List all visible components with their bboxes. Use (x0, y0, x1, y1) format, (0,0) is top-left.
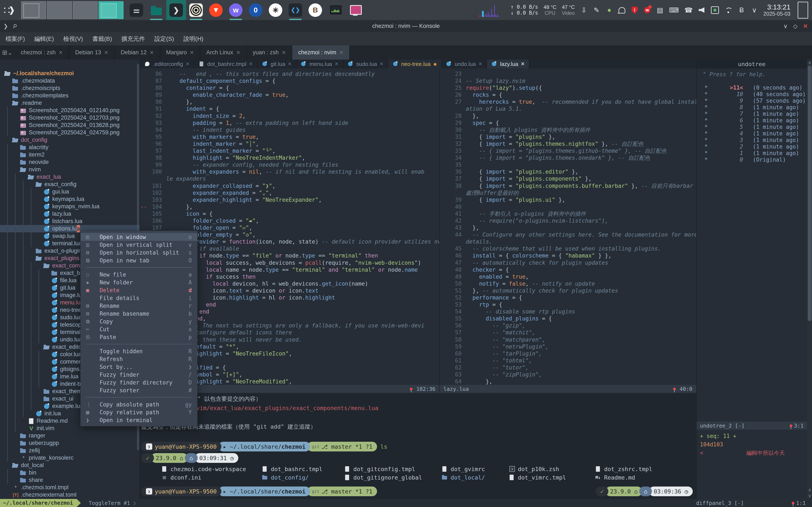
menu-item-new-file[interactable]: ◌New filea (81, 271, 197, 278)
menu-[interactable]: 擴充元件 (121, 35, 145, 43)
tree-row-keymaps-nvim-lua[interactable]: keymaps_nvim.lua (0, 203, 140, 210)
undotree-entry-5[interactable]: *5(1 minute ago) (697, 124, 807, 130)
konsole-tab-arch-linux[interactable]: Arch Linux✕ (200, 45, 247, 60)
show-desktop-button[interactable] (798, 2, 808, 18)
tree-row-dot-config[interactable]: dot_config (0, 136, 140, 144)
pin-icon[interactable]: ⚲ (10, 21, 19, 31)
menu-item-open-in-window[interactable]: ◰Open in windowo (81, 233, 197, 241)
buffer-tab-menu-lua[interactable]: menu.lua✕ (296, 60, 343, 68)
tree-row-ueberzugpp[interactable]: ueberzugpp (0, 439, 140, 447)
menu-f[interactable]: 檔案(F) (5, 35, 25, 43)
close-buffer-icon[interactable]: ✕ (288, 61, 292, 67)
tree-row-alacritty[interactable]: alacritty (0, 144, 140, 151)
undotree-entry-4[interactable]: *4(1 minute ago) (697, 130, 807, 137)
volume-icon[interactable] (698, 7, 705, 13)
tree-row-bin[interactable]: bin (0, 469, 140, 476)
vscode-icon[interactable]: ❮❯ (286, 0, 305, 20)
virtual-desktop-2[interactable] (47, 1, 72, 19)
menu-item-fuzzy-finder-directory[interactable]: Fuzzy finder directoryD (81, 379, 197, 386)
network-speed[interactable]: ↑ 0.0 B/s ↓ 0.0 B/s (511, 4, 538, 16)
konsole-tab-chezmoi-nvim[interactable]: chezmoi : nvim✕ (292, 45, 350, 60)
system-monitor-icon[interactable] (325, 0, 345, 20)
close-buffer-icon[interactable]: ✕ (335, 61, 338, 67)
media-player-icon[interactable] (711, 6, 719, 14)
undotree-entry-2[interactable]: *2(1 minute ago) (697, 144, 807, 150)
chatgpt-icon[interactable]: ✳ (266, 0, 286, 20)
stylus-icon[interactable]: ✎ (593, 6, 600, 14)
buffer-tab-neo-tree-lua[interactable]: neo-tree.lua● (388, 60, 442, 68)
spiral-app-icon[interactable] (186, 0, 206, 20)
menu-item-copy[interactable]: ⧉Copyy (81, 318, 197, 325)
menu-item-sort-by[interactable]: Sort by...❯ (81, 363, 197, 371)
dbeaver-icon[interactable]: B (305, 0, 325, 20)
wifi-icon[interactable] (724, 7, 732, 13)
undotree-entry-7[interactable]: *7(1 minute ago) (697, 111, 807, 117)
konsole-tab-chezmoi-zsh[interactable]: chezmoi : zsh✕ (15, 45, 69, 60)
menu-item-refresh[interactable]: RefreshR (81, 355, 197, 363)
konsole-tab-yuan-zsh[interactable]: yuan : zsh✕ (247, 45, 292, 60)
tree-row-screenshot-20250424-013628-png[interactable]: Screenshot_20250424_013628.png (0, 121, 140, 129)
window-titlebar[interactable]: ❯ ⚲ chezmoi : nvim — Konsole ∨ ◇ ✕ (0, 20, 812, 32)
updates-download-icon[interactable]: ⇩ (580, 6, 588, 14)
tree-row-keymaps-lua[interactable]: keymaps.lua (0, 195, 140, 203)
menu-item-copy-absolute-path[interactable]: ⋮Copy absolute pathgy (81, 400, 197, 408)
toggleterm-label[interactable]: ToggleTerm #1❯ (89, 500, 136, 506)
buffer-tab-undo-lua[interactable]: undo.lua✕ (442, 60, 487, 68)
konsole-icon[interactable]: ❯ (166, 0, 186, 20)
menu-item-delete[interactable]: ▣Deleted (81, 286, 197, 294)
maximize-icon[interactable]: ◇ (793, 23, 798, 30)
security-alert-icon[interactable]: ! (631, 6, 638, 14)
tree-row-neovide[interactable]: neovide (0, 158, 140, 166)
buffer-tab-dot-bashrc-tmpl[interactable]: dot_bashrc.tmpl✕ (194, 60, 257, 68)
tree-row-share[interactable]: share (0, 476, 140, 484)
menu-item-open-in-vertical-split[interactable]: ◫Open in vertical splitv (81, 241, 197, 249)
scrollbar-thumb[interactable] (808, 65, 812, 321)
close-buffer-icon[interactable]: ✕ (249, 61, 253, 67)
tweaks-icon[interactable]: ⚌ (126, 0, 146, 20)
tree-row-chezmoidata[interactable]: .chezmoidata (0, 77, 140, 84)
tree-row-private-konsolerc[interactable]: *private_konsolerc (0, 454, 140, 462)
menu-item-open-in-terminal[interactable]: ❯Open in terminal (81, 416, 197, 424)
undotree-entry-11[interactable]: *>11<(0 seconds ago) (697, 84, 807, 91)
tree-row-screenshot-20250424-024759-png[interactable]: Screenshot_20250424_024759.png (0, 129, 140, 136)
menu-item-cut[interactable]: ✂Cutx (81, 325, 197, 333)
tree-row-iterm2[interactable]: iterm2 (0, 151, 140, 158)
tree-row-zellij[interactable]: zellij (0, 447, 140, 454)
virtual-desktop-3[interactable] (73, 1, 98, 19)
cpu-temperature[interactable]: 48 °CCPU (544, 4, 556, 16)
color-profile-icon[interactable]: ● (606, 6, 613, 14)
brave-browser-icon[interactable]: ▼ (206, 0, 226, 20)
menu-item-paste[interactable]: ⎘Pastep (81, 333, 197, 341)
menu-item-rename[interactable]: ⊟Renamer (81, 302, 197, 310)
clipboard-icon[interactable]: ▤ (656, 6, 664, 14)
new-tab-icon[interactable]: ⊞⌄ (0, 45, 15, 60)
menu-item-fuzzy-sorter[interactable]: Fuzzy sorter# (81, 386, 197, 394)
menu-item-new-folder[interactable]: ✚New folderA (81, 278, 197, 286)
gpu-temperature[interactable]: 47 °CVideo (562, 4, 575, 16)
menu-e[interactable]: 編輯(E) (34, 35, 54, 43)
toggleterm-terminal[interactable]: <檔案>..." 以包含要提交的內容） dot_config/nvim/exac… (140, 393, 696, 500)
undotree-entry-1[interactable]: *1(1 minute ago) (697, 150, 807, 157)
tree-row-lazy-lua[interactable]: lazy.lua (0, 210, 140, 218)
close-buffer-icon[interactable]: ✕ (478, 61, 482, 67)
tree-row-screenshot-20250424-012140-png[interactable]: Screenshot_20250424_012140.png (0, 107, 140, 114)
menu-item-copy-relative-path[interactable]: ▤Copy relative pathY (81, 408, 197, 416)
undotree-entry-0[interactable]: *0(Original) (697, 157, 807, 163)
undotree-entry-8[interactable]: *8(1 minute ago) (697, 104, 807, 111)
close-window-icon[interactable]: ✕ (803, 23, 808, 30)
wavebox-tray-icon[interactable]: w (644, 7, 651, 13)
tree-row-nvim[interactable]: nvim (0, 166, 140, 173)
menu-item-open-in-new-tab[interactable]: ⧉Open in new tabO (81, 257, 197, 264)
konsole-tab-debian-12[interactable]: Debian 12✕ (115, 45, 160, 60)
virtual-desktop-1[interactable] (21, 1, 46, 19)
buffer-tab-lazy-lua[interactable]: lazy.lua✕ (487, 60, 529, 68)
tree-row-local-share-chezmoi[interactable]: ~/.local/share/chezmoi (0, 70, 140, 77)
app-launcher-icon[interactable]: ⸬❯ (0, 0, 18, 20)
undotree-entry-10[interactable]: *10(40 seconds ago) (697, 91, 807, 98)
virtual-desktop-4[interactable] (99, 1, 123, 19)
undotree-list[interactable]: " Press ? for help. *>11<(0 seconds ago)… (697, 68, 807, 421)
buffer-tab-sudo-lua[interactable]: sudo.lua✕ (343, 60, 388, 68)
tree-row-dot-local[interactable]: dot_local (0, 462, 140, 469)
undotree-diff-panel[interactable]: + seq: 11 +104d103< 編輯中所以今天 (697, 430, 807, 499)
menu-item-fuzzy-finder[interactable]: Fuzzy finder/ (81, 371, 197, 379)
